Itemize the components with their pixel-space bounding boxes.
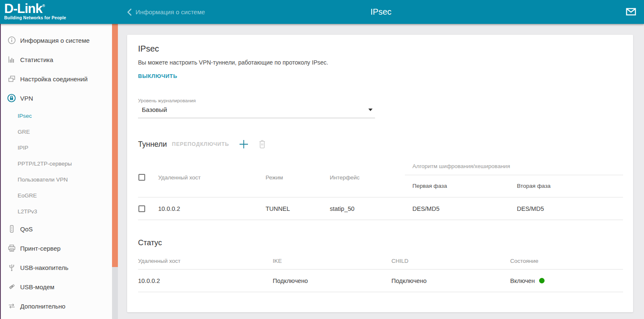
cell-state: Включен [510,278,623,284]
sidebar-subitem-label: IPsec [18,113,32,119]
sidebar-item-usb-modem[interactable]: USB-модем [1,277,112,296]
column-header-child: CHILD [391,258,510,264]
log-level-value: Базовый [138,106,375,113]
stats-icon [7,55,16,64]
status-table: Удаленный хост IKE CHILD Состояние 10.0.… [138,253,623,292]
sidebar-item-usb-storage[interactable]: USB-накопитель [1,258,112,277]
cell-mode: TUNNEL [266,205,330,212]
column-header-interface: Интерфейс [330,174,405,181]
sidebar-item-label: Статистика [20,56,53,63]
sidebar-subitem-label: L2TPv3 [18,208,37,215]
sidebar-item-label: QoS [20,226,33,233]
sidebar-item-eogre[interactable]: EoGRE [1,187,112,203]
usb-modem-icon [7,283,16,291]
advanced-icon [7,302,16,311]
cell-ike: Подключено [273,278,391,284]
cell-phase1: DES/MD5 [412,205,517,212]
sidebar-item-ipip[interactable]: IPIP [1,140,112,156]
log-level-label: Уровень журналирования [138,98,375,103]
logo-tagline: Building Networks for People [4,16,66,20]
sidebar-item-advanced[interactable]: Дополнительно [1,296,112,316]
envelope-icon[interactable] [626,7,636,16]
cell-child: Подключено [391,278,510,284]
sidebar-item-label: Информация о системе [20,37,90,44]
reconnect-button[interactable]: ПЕРЕПОДКЛЮЧИТЬ [172,141,229,147]
connections-icon [7,75,16,83]
app-header: D-Link® Building Networks for People Инф… [0,0,644,24]
cell-interface: statip_50 [330,205,405,212]
status-title: Статус [138,239,162,247]
tunnels-table: Удаленный хост Режим Интерфейс Алгоритм … [138,158,623,220]
state-label: Включен [510,278,535,284]
sidebar-subitem-label: PPTP/L2TP-серверы [18,161,72,167]
cell-phase2: DES/MD5 [517,205,623,212]
column-header-phase1: Первая фаза [412,183,517,189]
column-group-header-algorithms: Алгоритм шифрования/хеширования [405,158,623,175]
main-content: IPsec Вы можете настроить VPN-туннели, р… [118,24,644,319]
chevron-down-icon [368,109,373,111]
sidebar-subitem-label: GRE [18,129,30,135]
select-all-checkbox[interactable] [138,174,145,181]
sidebar-item-label: Принт-сервер [20,245,60,252]
sidebar-item-ipsec[interactable]: IPsec [1,108,112,124]
disable-button[interactable]: ВЫКЛЮЧИТЬ [138,73,177,79]
sidebar-item-label: USB-накопитель [20,264,68,271]
tunnels-title: Туннели [138,140,167,149]
tunnels-table-header: Удаленный хост Режим Интерфейс Алгоритм … [138,158,623,197]
logo-registered-mark: ® [42,4,45,8]
status-table-header: Удаленный хост IKE CHILD Состояние [138,253,623,270]
column-header-ike: IKE [273,258,391,264]
qos-icon [7,225,16,233]
card-description: Вы можете настроить VPN-туннели, работаю… [138,59,622,66]
plus-icon[interactable] [239,139,249,149]
sidebar-item-vpn-users[interactable]: Пользователи VPN [1,171,112,187]
info-icon [7,36,16,45]
sidebar-subitem-label: EoGRE [18,192,37,199]
sidebar-item-system-info[interactable]: Информация о системе [1,31,112,50]
dlink-logo: D-Link® Building Networks for People [4,2,66,20]
sidebar-item-label: USB-модем [20,283,55,290]
column-header-remote-host: Удаленный хост [138,258,273,264]
sidebar-item-qos[interactable]: QoS [1,219,112,239]
sidebar-item-l2tpv3[interactable]: L2TPv3 [1,203,112,219]
sidebar-item-label: Настройка соединений [20,75,88,83]
column-header-mode: Режим [266,174,330,181]
column-header-state: Состояние [510,258,623,264]
sidebar-item-pptp-l2tp-servers[interactable]: PPTP/L2TP-серверы [1,156,112,171]
row-checkbox[interactable] [138,205,145,212]
column-header-phase2: Вторая фаза [517,183,623,189]
sidebar-item-statistics[interactable]: Статистика [1,50,112,69]
sidebar-scrollbar-thumb[interactable] [112,24,118,267]
ipsec-card: IPsec Вы можете настроить VPN-туннели, р… [127,35,633,312]
log-level-select[interactable]: Уровень журналирования Базовый [138,98,375,118]
tunnels-header-right: Алгоритм шифрования/хеширования Первая ф… [405,158,623,197]
printer-icon [7,244,16,253]
sidebar-item-connection-setup[interactable]: Настройка соединений [1,69,112,88]
status-section-header: Статус [138,239,622,247]
sidebar-subitem-label: IPIP [18,145,29,151]
sidebar-scrollbar-track[interactable] [112,24,118,319]
status-green-dot [539,278,545,283]
page-title: IPsec [118,0,644,24]
card-title: IPsec [138,44,622,54]
sidebar-item-gre[interactable]: GRE [1,124,112,140]
sidebar-item-label: Дополнительно [20,303,65,310]
sidebar-item-label: VPN [20,95,33,102]
tunnels-header-left: Удаленный хост Режим Интерфейс [138,158,405,197]
sidebar-item-vpn[interactable]: VPN [1,88,112,108]
logo-title: D-Link [4,1,42,16]
tunnels-section-header: Туннели ПЕРЕПОДКЛЮЧИТЬ [138,139,622,149]
sidebar-item-print-server[interactable]: Принт-сервер [1,239,112,258]
usb-storage-icon [7,263,16,272]
column-header-remote-host: Удаленный хост [158,174,266,181]
sidebar-subitem-label: Пользователи VPN [18,176,68,183]
trash-icon[interactable] [258,140,266,149]
tunnel-table-row[interactable]: 10.0.0.2 TUNNEL statip_50 DES/MD5 DES/MD… [138,197,623,220]
cell-remote-host: 10.0.0.2 [138,278,273,284]
sidebar: Информация о системе Статистика Настройк… [0,24,112,319]
cell-remote-host: 10.0.0.2 [158,205,266,212]
vpn-lock-icon [7,94,16,103]
status-table-row: 10.0.0.2 Подключено Подключено Включен [138,270,623,292]
